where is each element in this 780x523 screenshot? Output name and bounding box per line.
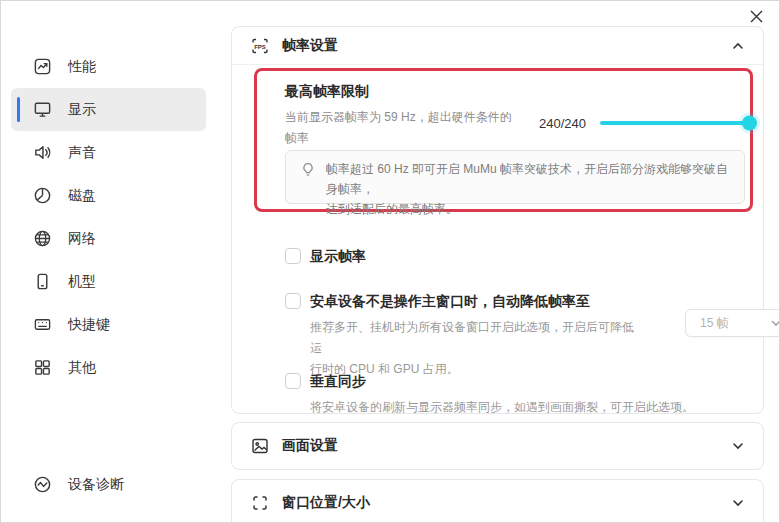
framerate-section-header[interactable]: FPS 帧率设置 <box>232 27 763 64</box>
description-line: 推荐多开、挂机时为所有设备窗口开启此选项，开启后可降低运 <box>310 317 640 359</box>
max-framerate-highlight-box: 最高帧率限制 当前显示器帧率为 59 Hz，超出硬件条件的帧率 会带来资源浪费甚… <box>254 68 753 212</box>
sidebar-item-display[interactable]: 显示 <box>11 88 206 131</box>
sidebar-item-sound[interactable]: 声音 <box>11 131 206 174</box>
diagnostics-icon <box>33 475 52 494</box>
description-line: 当前显示器帧率为 59 Hz，超出硬件条件的帧率 <box>285 107 517 149</box>
tip-line: 帧率超过 60 Hz 即可开启 MuMu 帧率突破技术，开启后部分游戏能够突破自… <box>326 159 732 199</box>
svg-text:FPS: FPS <box>254 43 266 49</box>
sidebar-item-label: 快捷键 <box>68 316 110 334</box>
max-framerate-title: 最高帧率限制 <box>285 83 750 101</box>
sidebar-item-device-model[interactable]: 机型 <box>11 260 206 303</box>
sidebar-item-label: 设备诊断 <box>68 476 124 494</box>
sidebar-item-disk[interactable]: 磁盘 <box>11 174 206 217</box>
sidebar-item-label: 网络 <box>68 230 96 248</box>
section-title: 帧率设置 <box>282 37 338 55</box>
sidebar-nav: 性能 显示 声音 磁盘 <box>11 45 206 389</box>
header-divider <box>232 64 763 65</box>
window-section-header[interactable]: 窗口位置/大小 <box>232 480 763 523</box>
framerate-settings-section: FPS 帧率设置 最高帧率限制 当前显示器帧率为 59 Hz，超出硬件条件的帧率… <box>231 26 764 414</box>
tip-line: 达到适配后的最高帧率。 <box>326 199 732 219</box>
sidebar-item-performance[interactable]: 性能 <box>11 45 206 88</box>
sidebar-item-network[interactable]: 网络 <box>11 217 206 260</box>
sidebar-item-shortcuts[interactable]: 快捷键 <box>11 303 206 346</box>
framerate-slider[interactable] <box>600 121 750 125</box>
dropdown-selected-value: 15 帧 <box>700 315 729 332</box>
section-title: 画面设置 <box>282 437 338 455</box>
framerate-tip-text: 帧率超过 60 Hz 即可开启 MuMu 帧率突破技术，开启后部分游戏能够突破自… <box>326 159 732 203</box>
disk-icon <box>33 186 52 205</box>
picture-settings-section: 画面设置 <box>231 422 764 470</box>
display-icon <box>33 100 52 119</box>
option-vsync: 垂直同步 将安卓设备的刷新与显示器频率同步，如遇到画面撕裂，可开启此选项。 <box>285 372 730 418</box>
network-icon <box>33 229 52 248</box>
sidebar-item-diagnostics[interactable]: 设备诊断 <box>11 463 206 506</box>
lightbulb-icon <box>300 162 316 178</box>
resize-corners-icon <box>250 493 270 513</box>
sidebar-footer: 设备诊断 <box>11 463 206 506</box>
option-description: 将安卓设备的刷新与显示器频率同步，如遇到画面撕裂，可开启此选项。 <box>310 397 730 418</box>
framerate-slider-value: 240/240 <box>539 116 586 131</box>
sidebar-item-label: 显示 <box>68 101 96 119</box>
device-settings-window: 设备设置 性能 显示 声音 <box>0 0 780 523</box>
main-content: FPS 帧率设置 最高帧率限制 当前显示器帧率为 59 Hz，超出硬件条件的帧率… <box>231 1 780 522</box>
vsync-checkbox[interactable] <box>285 373 301 389</box>
framerate-slider-thumb[interactable] <box>742 116 757 131</box>
option-label: 安卓设备不是操作主窗口时，自动降低帧率至 <box>310 292 640 310</box>
window-position-size-section: 窗口位置/大小 <box>231 479 764 523</box>
grid-icon <box>33 358 52 377</box>
chevron-up-icon[interactable] <box>731 39 745 53</box>
sidebar-item-other[interactable]: 其他 <box>11 346 206 389</box>
image-icon <box>250 436 270 456</box>
sound-icon <box>33 143 52 162</box>
option-show-framerate: 显示帧率 <box>285 247 366 265</box>
option-label: 显示帧率 <box>310 247 366 265</box>
description-line: 将安卓设备的刷新与显示器频率同步，如遇到画面撕裂，可开启此选项。 <box>310 397 730 418</box>
sidebar-item-label: 其他 <box>68 359 96 377</box>
lower-framerate-dropdown[interactable]: 15 帧 <box>685 309 780 337</box>
sidebar-item-label: 机型 <box>68 273 96 291</box>
picture-section-header[interactable]: 画面设置 <box>232 423 763 469</box>
option-auto-lower-framerate: 安卓设备不是操作主窗口时，自动降低帧率至 推荐多开、挂机时为所有设备窗口开启此选… <box>285 292 765 380</box>
sidebar-item-label: 磁盘 <box>68 187 96 205</box>
fps-icon: FPS <box>250 36 270 56</box>
sidebar-item-label: 声音 <box>68 144 96 162</box>
phone-icon <box>33 272 52 291</box>
framerate-slider-group: 240/240 <box>539 113 750 133</box>
framerate-tip-box: 帧率超过 60 Hz 即可开启 MuMu 帧率突破技术，开启后部分游戏能够突破自… <box>285 150 745 204</box>
auto-lower-framerate-checkbox[interactable] <box>285 293 301 309</box>
sidebar-item-label: 性能 <box>68 58 96 76</box>
keyboard-icon <box>33 315 52 334</box>
chevron-down-icon[interactable] <box>731 496 745 510</box>
show-framerate-checkbox[interactable] <box>285 248 301 264</box>
option-description: 推荐多开、挂机时为所有设备窗口开启此选项，开启后可降低运 行时的 CPU 和 G… <box>310 317 640 380</box>
performance-icon <box>33 57 52 76</box>
sidebar: 性能 显示 声音 磁盘 <box>1 1 216 522</box>
option-label: 垂直同步 <box>310 372 730 390</box>
section-title: 窗口位置/大小 <box>282 494 370 512</box>
chevron-down-icon[interactable] <box>731 439 745 453</box>
chevron-down-icon <box>770 317 780 329</box>
